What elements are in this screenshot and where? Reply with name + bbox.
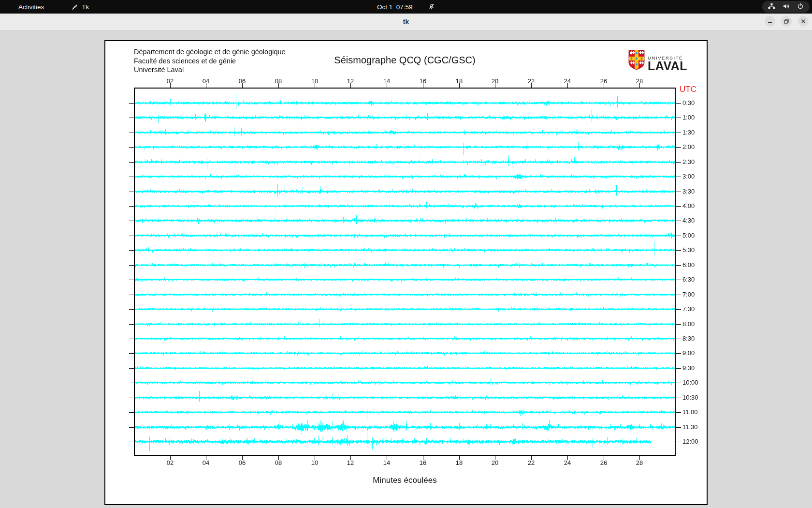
focused-app-indicator[interactable]: Tk xyxy=(71,3,89,11)
network-icon xyxy=(768,3,775,11)
laval-shield-icon xyxy=(628,50,645,72)
plot-title: Séismographe QCQ (CGC/GSC) xyxy=(134,55,676,66)
activities-button[interactable]: Activities xyxy=(14,2,48,12)
clock-text: Oct 1 07:59 xyxy=(377,3,413,11)
notifications-muted-icon xyxy=(418,0,435,18)
utc-label: UTC xyxy=(680,85,696,94)
restore-button[interactable] xyxy=(781,16,792,27)
x-axis-label: Minutes écoulées xyxy=(134,476,676,485)
focused-app-label: Tk xyxy=(82,3,89,11)
laval-logo: UNIVERSITÉ LAVAL xyxy=(628,50,687,72)
top-bar: Activities Tk Oct 1 07:59 xyxy=(0,0,812,14)
plot-border xyxy=(134,88,676,456)
close-button[interactable] xyxy=(798,16,809,27)
minimize-button[interactable] xyxy=(765,16,775,27)
tk-app-icon xyxy=(71,3,78,11)
volume-icon xyxy=(783,3,790,11)
power-icon xyxy=(797,3,804,11)
clock-menu[interactable]: Oct 1 07:59 xyxy=(377,0,435,18)
system-status-area[interactable] xyxy=(762,1,810,13)
institution-line-3: Université Laval xyxy=(134,65,286,75)
logo-laval-text: LAVAL xyxy=(648,60,687,71)
